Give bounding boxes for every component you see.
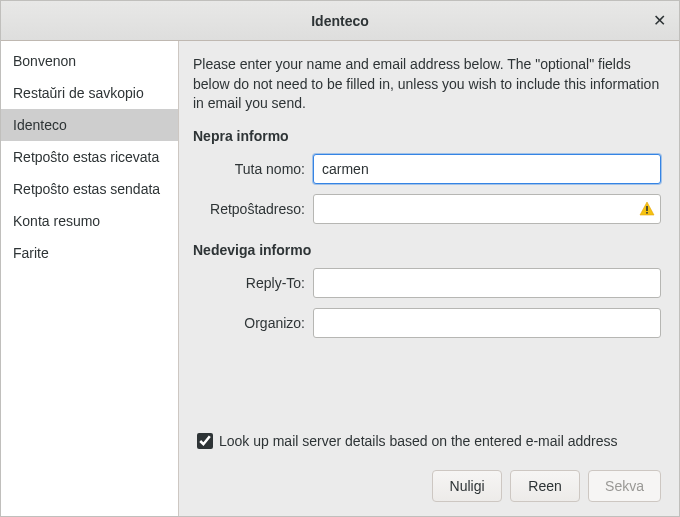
organization-label: Organizo: — [193, 315, 305, 331]
email-input[interactable] — [313, 194, 661, 224]
lookup-checkbox[interactable] — [197, 433, 213, 449]
sidebar-item-farite[interactable]: Farite — [1, 237, 178, 269]
sidebar-item-sendata[interactable]: Retpoŝto estas sendata — [1, 173, 178, 205]
warning-icon — [639, 201, 655, 217]
reply-to-label: Reply-To: — [193, 275, 305, 291]
window-title: Identeco — [311, 13, 369, 29]
lookup-label[interactable]: Look up mail server details based on the… — [219, 433, 617, 449]
full-name-row: Tuta nomo: — [193, 154, 661, 184]
full-name-label: Tuta nomo: — [193, 161, 305, 177]
organization-input[interactable] — [313, 308, 661, 338]
sidebar-item-identeco[interactable]: Identeco — [1, 109, 178, 141]
svg-rect-1 — [646, 212, 648, 214]
sidebar-item-resumo[interactable]: Konta resumo — [1, 205, 178, 237]
email-label: Retpoŝtadreso: — [193, 201, 305, 217]
intro-text: Please enter your name and email address… — [193, 55, 661, 114]
assistant-window: Identeco ✕ Bonvenon Restaŭri de savkopio… — [0, 0, 680, 517]
sidebar-item-bonvenon[interactable]: Bonvenon — [1, 45, 178, 77]
back-button[interactable]: Reen — [510, 470, 580, 502]
sidebar-item-ricevata[interactable]: Retpoŝto estas ricevata — [1, 141, 178, 173]
required-info-header: Nepra informo — [193, 128, 661, 144]
optional-info-header: Nedeviga informo — [193, 242, 661, 258]
titlebar: Identeco ✕ — [1, 1, 679, 41]
button-bar: Nuligi Reen Sekva — [193, 463, 661, 502]
sidebar: Bonvenon Restaŭri de savkopio Identeco R… — [1, 41, 179, 516]
svg-rect-0 — [646, 206, 648, 211]
body: Bonvenon Restaŭri de savkopio Identeco R… — [1, 41, 679, 516]
next-button[interactable]: Sekva — [588, 470, 661, 502]
close-icon[interactable]: ✕ — [647, 9, 671, 33]
reply-to-input[interactable] — [313, 268, 661, 298]
organization-row: Organizo: — [193, 308, 661, 338]
lookup-row: Look up mail server details based on the… — [197, 433, 661, 449]
main-pane: Please enter your name and email address… — [179, 41, 679, 516]
full-name-input[interactable] — [313, 154, 661, 184]
cancel-button[interactable]: Nuligi — [432, 470, 502, 502]
sidebar-item-restauri[interactable]: Restaŭri de savkopio — [1, 77, 178, 109]
reply-to-row: Reply-To: — [193, 268, 661, 298]
email-row: Retpoŝtadreso: — [193, 194, 661, 224]
